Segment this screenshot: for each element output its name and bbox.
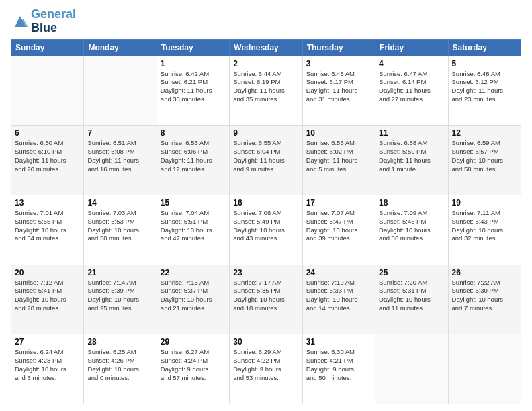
day-info: Sunrise: 7:19 AM Sunset: 5:33 PM Dayligh… xyxy=(306,279,371,313)
day-number: 16 xyxy=(233,198,298,208)
day-number: 14 xyxy=(87,198,152,208)
day-cell: 16Sunrise: 7:06 AM Sunset: 5:49 PM Dayli… xyxy=(230,195,302,265)
weekday-header-sunday: Sunday xyxy=(11,39,84,56)
day-info: Sunrise: 7:06 AM Sunset: 5:49 PM Dayligh… xyxy=(233,209,298,243)
day-number: 30 xyxy=(233,337,298,347)
day-info: Sunrise: 7:17 AM Sunset: 5:35 PM Dayligh… xyxy=(233,279,298,313)
day-info: Sunrise: 7:04 AM Sunset: 5:51 PM Dayligh… xyxy=(161,209,226,243)
day-number: 19 xyxy=(452,198,517,208)
logo-line2: Blue xyxy=(31,21,76,35)
week-row-1: 1Sunrise: 6:42 AM Sunset: 6:21 PM Daylig… xyxy=(11,56,521,126)
day-number: 27 xyxy=(15,337,80,347)
day-number: 9 xyxy=(233,128,298,138)
day-info: Sunrise: 6:47 AM Sunset: 6:14 PM Dayligh… xyxy=(379,70,444,104)
day-number: 23 xyxy=(233,268,298,277)
logo-line1: General xyxy=(31,8,76,21)
day-number: 28 xyxy=(87,337,152,347)
day-cell: 27Sunrise: 6:24 AM Sunset: 4:28 PM Dayli… xyxy=(11,334,84,404)
day-cell xyxy=(375,334,448,404)
day-cell: 15Sunrise: 7:04 AM Sunset: 5:51 PM Dayli… xyxy=(157,195,229,265)
day-cell: 2Sunrise: 6:44 AM Sunset: 6:19 PM Daylig… xyxy=(230,56,302,126)
day-cell: 9Sunrise: 6:55 AM Sunset: 6:04 PM Daylig… xyxy=(230,126,302,195)
day-info: Sunrise: 7:20 AM Sunset: 5:31 PM Dayligh… xyxy=(379,279,444,313)
day-number: 22 xyxy=(161,268,226,277)
day-info: Sunrise: 7:14 AM Sunset: 5:39 PM Dayligh… xyxy=(87,279,152,313)
day-cell: 5Sunrise: 6:48 AM Sunset: 6:12 PM Daylig… xyxy=(448,56,521,126)
day-info: Sunrise: 6:50 AM Sunset: 6:10 PM Dayligh… xyxy=(15,139,80,173)
day-number: 8 xyxy=(161,128,226,138)
day-cell xyxy=(84,56,157,126)
day-number: 11 xyxy=(379,128,444,138)
day-cell: 12Sunrise: 6:59 AM Sunset: 5:57 PM Dayli… xyxy=(448,126,521,195)
day-cell: 8Sunrise: 6:53 AM Sunset: 6:06 PM Daylig… xyxy=(157,126,229,195)
weekday-header-wednesday: Wednesday xyxy=(230,39,302,56)
day-number: 10 xyxy=(306,128,371,138)
day-info: Sunrise: 6:29 AM Sunset: 4:22 PM Dayligh… xyxy=(233,348,298,382)
day-cell: 31Sunrise: 6:30 AM Sunset: 4:21 PM Dayli… xyxy=(302,334,375,404)
day-info: Sunrise: 7:03 AM Sunset: 5:53 PM Dayligh… xyxy=(87,209,152,243)
day-info: Sunrise: 6:45 AM Sunset: 6:17 PM Dayligh… xyxy=(306,70,371,104)
page: General Blue SundayMondayTuesdayWednesda… xyxy=(0,0,532,411)
week-row-2: 6Sunrise: 6:50 AM Sunset: 6:10 PM Daylig… xyxy=(11,126,521,195)
day-number: 25 xyxy=(379,268,444,277)
day-info: Sunrise: 6:48 AM Sunset: 6:12 PM Dayligh… xyxy=(452,70,517,104)
day-cell: 4Sunrise: 6:47 AM Sunset: 6:14 PM Daylig… xyxy=(375,56,448,126)
day-number: 12 xyxy=(452,128,517,138)
day-number: 15 xyxy=(161,198,226,208)
week-row-4: 20Sunrise: 7:12 AM Sunset: 5:41 PM Dayli… xyxy=(11,265,521,334)
day-number: 17 xyxy=(306,198,371,208)
logo-icon xyxy=(11,12,30,31)
day-info: Sunrise: 7:22 AM Sunset: 5:30 PM Dayligh… xyxy=(452,279,517,313)
weekday-header-tuesday: Tuesday xyxy=(157,39,229,56)
day-cell xyxy=(448,334,521,404)
day-cell: 18Sunrise: 7:09 AM Sunset: 5:45 PM Dayli… xyxy=(375,195,448,265)
day-number: 13 xyxy=(15,198,80,208)
day-cell: 22Sunrise: 7:15 AM Sunset: 5:37 PM Dayli… xyxy=(157,265,229,334)
day-cell: 23Sunrise: 7:17 AM Sunset: 5:35 PM Dayli… xyxy=(230,265,302,334)
day-info: Sunrise: 6:56 AM Sunset: 6:02 PM Dayligh… xyxy=(306,139,371,173)
day-number: 3 xyxy=(306,59,371,68)
day-info: Sunrise: 7:01 AM Sunset: 5:55 PM Dayligh… xyxy=(15,209,80,243)
day-number: 4 xyxy=(379,59,444,68)
day-info: Sunrise: 6:24 AM Sunset: 4:28 PM Dayligh… xyxy=(15,348,80,382)
calendar-table: SundayMondayTuesdayWednesdayThursdayFrid… xyxy=(11,39,521,404)
day-info: Sunrise: 6:42 AM Sunset: 6:21 PM Dayligh… xyxy=(161,70,226,104)
weekday-header-monday: Monday xyxy=(84,39,157,56)
day-cell: 26Sunrise: 7:22 AM Sunset: 5:30 PM Dayli… xyxy=(448,265,521,334)
weekday-header-row: SundayMondayTuesdayWednesdayThursdayFrid… xyxy=(11,39,521,56)
day-cell: 24Sunrise: 7:19 AM Sunset: 5:33 PM Dayli… xyxy=(302,265,375,334)
day-info: Sunrise: 7:12 AM Sunset: 5:41 PM Dayligh… xyxy=(15,279,80,313)
day-cell: 13Sunrise: 7:01 AM Sunset: 5:55 PM Dayli… xyxy=(11,195,84,265)
weekday-header-saturday: Saturday xyxy=(448,39,521,56)
day-number: 29 xyxy=(161,337,226,347)
day-number: 26 xyxy=(452,268,517,277)
day-number: 1 xyxy=(161,59,226,68)
day-info: Sunrise: 6:53 AM Sunset: 6:06 PM Dayligh… xyxy=(161,139,226,173)
day-cell: 1Sunrise: 6:42 AM Sunset: 6:21 PM Daylig… xyxy=(157,56,229,126)
day-cell: 25Sunrise: 7:20 AM Sunset: 5:31 PM Dayli… xyxy=(375,265,448,334)
weekday-header-thursday: Thursday xyxy=(302,39,375,56)
day-info: Sunrise: 7:11 AM Sunset: 5:43 PM Dayligh… xyxy=(452,209,517,243)
day-info: Sunrise: 6:30 AM Sunset: 4:21 PM Dayligh… xyxy=(306,348,371,382)
week-row-3: 13Sunrise: 7:01 AM Sunset: 5:55 PM Dayli… xyxy=(11,195,521,265)
day-number: 24 xyxy=(306,268,371,277)
day-cell: 17Sunrise: 7:07 AM Sunset: 5:47 PM Dayli… xyxy=(302,195,375,265)
day-info: Sunrise: 7:09 AM Sunset: 5:45 PM Dayligh… xyxy=(379,209,444,243)
day-info: Sunrise: 6:51 AM Sunset: 6:08 PM Dayligh… xyxy=(87,139,152,173)
day-cell: 29Sunrise: 6:27 AM Sunset: 4:24 PM Dayli… xyxy=(157,334,229,404)
logo-text: General Blue xyxy=(31,8,76,35)
day-cell: 30Sunrise: 6:29 AM Sunset: 4:22 PM Dayli… xyxy=(230,334,302,404)
day-number: 18 xyxy=(379,198,444,208)
day-info: Sunrise: 7:07 AM Sunset: 5:47 PM Dayligh… xyxy=(306,209,371,243)
day-cell: 14Sunrise: 7:03 AM Sunset: 5:53 PM Dayli… xyxy=(84,195,157,265)
day-number: 7 xyxy=(87,128,152,138)
day-cell: 7Sunrise: 6:51 AM Sunset: 6:08 PM Daylig… xyxy=(84,126,157,195)
day-info: Sunrise: 6:59 AM Sunset: 5:57 PM Dayligh… xyxy=(452,139,517,173)
day-cell: 19Sunrise: 7:11 AM Sunset: 5:43 PM Dayli… xyxy=(448,195,521,265)
day-number: 31 xyxy=(306,337,371,347)
day-info: Sunrise: 6:44 AM Sunset: 6:19 PM Dayligh… xyxy=(233,70,298,104)
day-cell: 20Sunrise: 7:12 AM Sunset: 5:41 PM Dayli… xyxy=(11,265,84,334)
day-info: Sunrise: 6:25 AM Sunset: 4:26 PM Dayligh… xyxy=(87,348,152,382)
day-info: Sunrise: 6:58 AM Sunset: 5:59 PM Dayligh… xyxy=(379,139,444,173)
week-row-5: 27Sunrise: 6:24 AM Sunset: 4:28 PM Dayli… xyxy=(11,334,521,404)
